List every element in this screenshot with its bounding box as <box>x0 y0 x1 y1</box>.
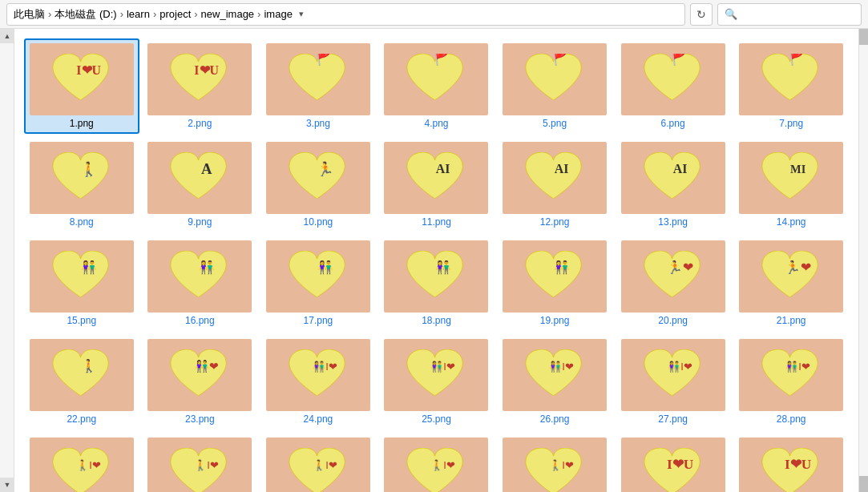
file-item[interactable]: 🚶I❤ 31.png <box>260 433 376 492</box>
file-item[interactable]: 🏃❤ 21.png <box>733 236 849 331</box>
file-thumbnail: 🚩 <box>384 43 488 115</box>
scrollbar-track[interactable] <box>859 45 868 476</box>
right-scrollbar[interactable] <box>858 29 868 492</box>
breadcrumb-project[interactable]: project <box>159 8 191 20</box>
search-box[interactable]: 🔍 <box>717 3 862 26</box>
file-item[interactable]: 👫I❤ 26.png <box>497 334 612 429</box>
file-item[interactable]: 👫 18.png <box>379 236 495 331</box>
file-item[interactable]: AI 11.png <box>379 137 495 232</box>
scrollbar-thumb[interactable] <box>859 29 868 45</box>
svg-text:🏃❤: 🏃❤ <box>667 260 693 275</box>
file-item[interactable]: 👫I❤ 24.png <box>260 334 376 429</box>
file-grid: I❤U 1.png I❤U 2.png 🚩 3.png 🚩 4.png 🚩 5.… <box>21 35 852 492</box>
file-name: 12.png <box>540 216 570 228</box>
file-item[interactable]: 👫 16.png <box>143 236 258 331</box>
file-thumbnail: AI <box>384 142 488 214</box>
file-item[interactable]: 🚩 5.png <box>497 38 612 134</box>
svg-text:I❤U: I❤U <box>667 457 694 472</box>
file-thumbnail: 🏃❤ <box>621 240 725 313</box>
file-thumbnail: AI <box>503 142 607 214</box>
file-grid-wrapper[interactable]: I❤U 1.png I❤U 2.png 🚩 3.png 🚩 4.png 🚩 5.… <box>14 29 858 492</box>
file-item[interactable]: 🏃❤ 20.png <box>616 236 731 331</box>
file-thumbnail: 👫 <box>30 240 134 313</box>
svg-text:👫: 👫 <box>435 260 451 275</box>
svg-text:I❤U: I❤U <box>76 63 101 76</box>
breadcrumb-dropdown-icon[interactable]: ▾ <box>299 9 304 19</box>
svg-text:🚩: 🚩 <box>434 54 454 67</box>
file-thumbnail: 👫I❤ <box>384 339 488 411</box>
svg-text:🚩: 🚩 <box>552 54 571 67</box>
svg-text:🚩: 🚩 <box>789 54 808 67</box>
file-item[interactable]: AI 12.png <box>497 137 612 232</box>
svg-text:🏃: 🏃 <box>317 159 334 177</box>
file-name: 27.png <box>658 413 688 425</box>
svg-text:👫I❤: 👫I❤ <box>549 359 574 373</box>
svg-text:🚶: 🚶 <box>79 159 97 177</box>
file-name: 8.png <box>70 216 94 228</box>
file-item[interactable]: 👫 17.png <box>260 236 376 331</box>
svg-text:🚶: 🚶 <box>80 358 96 373</box>
file-name: 24.png <box>304 413 333 425</box>
file-thumbnail: 🚶I❤ <box>266 438 370 492</box>
breadcrumb-pc[interactable]: 此电脑 <box>14 7 45 22</box>
file-item[interactable]: 🚶 22.png <box>24 334 139 429</box>
file-item[interactable]: 🏃 10.png <box>260 137 376 232</box>
svg-text:👫I❤: 👫I❤ <box>668 359 692 373</box>
breadcrumb-new-image[interactable]: new_image <box>201 8 255 20</box>
file-item[interactable]: 👫I❤ 25.png <box>379 334 495 429</box>
file-item[interactable]: MI 14.png <box>733 137 849 232</box>
file-item[interactable]: 🚶 8.png <box>24 137 139 232</box>
file-item[interactable]: I❤U 35.png <box>733 433 849 492</box>
file-thumbnail: 🚶I❤ <box>384 438 488 492</box>
file-thumbnail: 👫 <box>384 240 488 313</box>
file-name: 11.png <box>422 216 451 228</box>
breadcrumb-learn[interactable]: learn <box>127 8 150 20</box>
file-name: 28.png <box>777 413 806 425</box>
file-item[interactable]: 🚩 6.png <box>616 38 731 134</box>
svg-text:🚶I❤: 🚶I❤ <box>313 458 337 471</box>
file-item[interactable]: 👫I❤ 28.png <box>733 334 849 429</box>
file-thumbnail: 👫 <box>147 240 252 313</box>
file-item[interactable]: 🚶I❤ 32.png <box>379 433 495 492</box>
breadcrumb-image[interactable]: image <box>264 8 292 20</box>
breadcrumb[interactable]: 此电脑 › 本地磁盘 (D:) › learn › project › new_… <box>6 3 685 26</box>
file-item[interactable]: 🚩 3.png <box>260 38 376 134</box>
file-item[interactable]: 🚶I❤ 30.png <box>143 433 258 492</box>
file-name: 19.png <box>540 315 570 326</box>
file-item[interactable]: 👫 15.png <box>24 236 139 331</box>
file-name: 10.png <box>304 216 333 228</box>
breadcrumb-disk[interactable]: 本地磁盘 (D:) <box>55 7 116 22</box>
file-item[interactable]: I❤U 2.png <box>143 38 258 134</box>
main-area: ▲ ▼ I❤U 1.png I❤U 2.png 🚩 3.png 🚩 4.png … <box>0 29 868 492</box>
file-item[interactable]: AI 13.png <box>616 137 731 232</box>
file-name: 15.png <box>67 315 96 326</box>
refresh-button[interactable]: ↻ <box>690 3 713 26</box>
svg-text:👫I❤: 👫I❤ <box>313 359 337 373</box>
file-thumbnail: I❤U <box>147 43 252 115</box>
file-name: 5.png <box>543 118 567 129</box>
scroll-down-arrow[interactable]: ▼ <box>0 478 14 492</box>
file-item[interactable]: 👫 19.png <box>497 236 612 331</box>
file-name: 21.png <box>777 315 806 326</box>
scrollbar-bottom[interactable] <box>859 476 868 492</box>
file-item[interactable]: 👫I❤ 27.png <box>616 334 731 429</box>
file-thumbnail: 👫 <box>503 240 607 313</box>
file-name: 18.png <box>422 315 451 326</box>
file-thumbnail: 🚶 <box>30 339 134 411</box>
file-name: 4.png <box>424 118 448 129</box>
file-item[interactable]: I❤U 1.png <box>24 38 139 134</box>
svg-text:🚩: 🚩 <box>671 54 690 67</box>
file-item[interactable]: 🚩 4.png <box>379 38 495 134</box>
file-thumbnail: 👫I❤ <box>266 339 370 411</box>
svg-text:🚶I❤: 🚶I❤ <box>431 458 456 471</box>
scroll-up-arrow[interactable]: ▲ <box>0 29 14 43</box>
file-item[interactable]: A 9.png <box>143 137 258 232</box>
file-item[interactable]: 👫❤ 23.png <box>143 334 258 429</box>
file-name: 9.png <box>188 216 212 228</box>
file-thumbnail: 👫 <box>266 240 370 313</box>
file-item[interactable]: I❤U 34.png <box>616 433 731 492</box>
file-item[interactable]: 🚶I❤ 33.png <box>497 433 612 492</box>
svg-text:A: A <box>201 159 212 176</box>
file-item[interactable]: 🚩 7.png <box>733 38 849 134</box>
file-item[interactable]: 🚶I❤ 29.png <box>24 433 139 492</box>
